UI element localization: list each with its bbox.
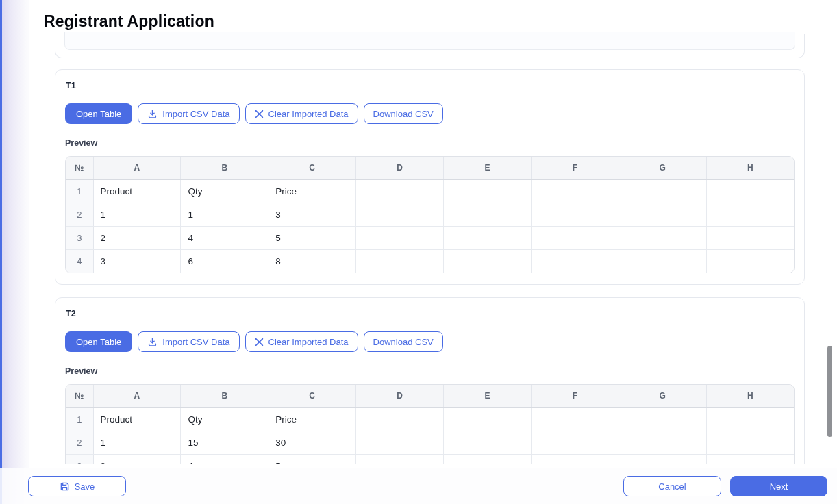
table-cell: Qty bbox=[181, 407, 268, 431]
table-cell bbox=[706, 431, 794, 454]
column-header: C bbox=[268, 385, 356, 407]
table-row: 2113 bbox=[66, 203, 794, 226]
preview-label: Preview bbox=[65, 138, 795, 148]
table-cell: 5 bbox=[268, 226, 356, 249]
table-cell bbox=[531, 179, 619, 203]
download-icon bbox=[147, 109, 158, 119]
table-cell bbox=[356, 249, 444, 273]
left-accent-bar bbox=[0, 0, 2, 504]
column-header: D bbox=[356, 385, 444, 407]
scrollbar-thumb[interactable] bbox=[827, 346, 832, 437]
column-header: B bbox=[181, 385, 268, 407]
table-cell: Product bbox=[93, 407, 181, 431]
section-card-t1: T1 Open Table Import CSV Data bbox=[55, 69, 805, 285]
column-header: B bbox=[181, 157, 268, 179]
row-number-cell: 3 bbox=[66, 454, 93, 464]
table-cell bbox=[531, 431, 619, 454]
table-cell: 1 bbox=[181, 203, 268, 226]
import-csv-button[interactable]: Import CSV Data bbox=[138, 331, 239, 352]
column-header: F bbox=[531, 385, 619, 407]
open-table-button[interactable]: Open Table bbox=[65, 103, 132, 124]
row-number-cell: 2 bbox=[66, 203, 93, 226]
page-title: Registrant Application bbox=[44, 12, 827, 31]
table-cell bbox=[444, 249, 532, 273]
table-cell: 4 bbox=[181, 226, 268, 249]
row-number-cell: 1 bbox=[66, 407, 93, 431]
footer-bar: Save Cancel Next bbox=[0, 468, 837, 504]
x-icon bbox=[255, 338, 264, 346]
table-row: 3245 bbox=[66, 454, 794, 464]
table-cell bbox=[619, 226, 706, 249]
download-icon bbox=[147, 337, 158, 347]
row-number-cell: 3 bbox=[66, 226, 93, 249]
table-cell bbox=[619, 431, 706, 454]
column-header: E bbox=[444, 385, 532, 407]
next-button[interactable]: Next bbox=[730, 476, 827, 496]
column-header: D bbox=[356, 157, 444, 179]
table-cell: 8 bbox=[268, 249, 356, 273]
column-header: № bbox=[66, 157, 93, 179]
clear-imported-button[interactable]: Clear Imported Data bbox=[245, 103, 358, 124]
column-header: H bbox=[706, 385, 794, 407]
table-cell bbox=[706, 454, 794, 464]
table-row: 211530 bbox=[66, 431, 794, 454]
table-cell bbox=[531, 249, 619, 273]
table-cell bbox=[619, 249, 706, 273]
download-csv-button[interactable]: Download CSV bbox=[364, 331, 443, 352]
table-cell: Qty bbox=[181, 179, 268, 203]
table-cell bbox=[531, 454, 619, 464]
x-icon bbox=[255, 110, 264, 118]
clipped-card-inner-box bbox=[64, 32, 795, 50]
section-card-t2: T2 Open Table Import CSV Data bbox=[55, 297, 805, 464]
table-cell: 15 bbox=[181, 431, 268, 454]
cancel-button[interactable]: Cancel bbox=[623, 476, 721, 496]
table-cell bbox=[706, 226, 794, 249]
column-header: H bbox=[706, 157, 794, 179]
preview-label: Preview bbox=[65, 366, 795, 376]
table-cell bbox=[706, 249, 794, 273]
column-header: E bbox=[444, 157, 532, 179]
table-cell bbox=[706, 179, 794, 203]
column-header: C bbox=[268, 157, 356, 179]
table-cell: 1 bbox=[93, 431, 181, 454]
row-number-cell: 2 bbox=[66, 431, 93, 454]
table-cell bbox=[619, 203, 706, 226]
table-row: 3245 bbox=[66, 226, 794, 249]
table-cell bbox=[356, 431, 444, 454]
table-cell bbox=[444, 179, 532, 203]
column-header: A bbox=[93, 157, 181, 179]
main-scroll-area: Registrant Application T1 Open Table Imp… bbox=[29, 0, 827, 464]
table-cell bbox=[706, 407, 794, 431]
table-cell bbox=[531, 203, 619, 226]
preview-table: №ABCDEFGH1ProductQtyPrice211332454368 bbox=[66, 157, 794, 273]
table-cell: Price bbox=[268, 407, 356, 431]
section-label: T1 bbox=[66, 81, 795, 90]
table-cell: 2 bbox=[93, 226, 181, 249]
download-csv-button[interactable]: Download CSV bbox=[364, 103, 443, 124]
table-cell bbox=[619, 407, 706, 431]
table-cell bbox=[706, 203, 794, 226]
import-csv-button[interactable]: Import CSV Data bbox=[138, 103, 239, 124]
clear-imported-button[interactable]: Clear Imported Data bbox=[245, 331, 358, 352]
table-cell bbox=[619, 179, 706, 203]
column-header: G bbox=[619, 385, 706, 407]
preview-table-wrapper: №ABCDEFGH1ProductQtyPrice2115303245 bbox=[65, 384, 795, 464]
row-number-cell: 4 bbox=[66, 249, 93, 273]
column-header: F bbox=[531, 157, 619, 179]
table-cell bbox=[619, 454, 706, 464]
table-cell bbox=[531, 226, 619, 249]
open-table-button[interactable]: Open Table bbox=[65, 331, 132, 352]
table-cell: 5 bbox=[268, 454, 356, 464]
floppy-disk-icon bbox=[60, 481, 70, 492]
table-cell bbox=[444, 454, 532, 464]
table-cell bbox=[356, 407, 444, 431]
table-cell: 1 bbox=[93, 203, 181, 226]
row-number-cell: 1 bbox=[66, 179, 93, 203]
table-cell bbox=[444, 407, 532, 431]
table-cell bbox=[356, 179, 444, 203]
table-cell: 4 bbox=[181, 454, 268, 464]
table-cell: 6 bbox=[181, 249, 268, 273]
save-button[interactable]: Save bbox=[28, 476, 126, 496]
table-cell: 3 bbox=[268, 203, 356, 226]
table-row: 1ProductQtyPrice bbox=[66, 179, 794, 203]
